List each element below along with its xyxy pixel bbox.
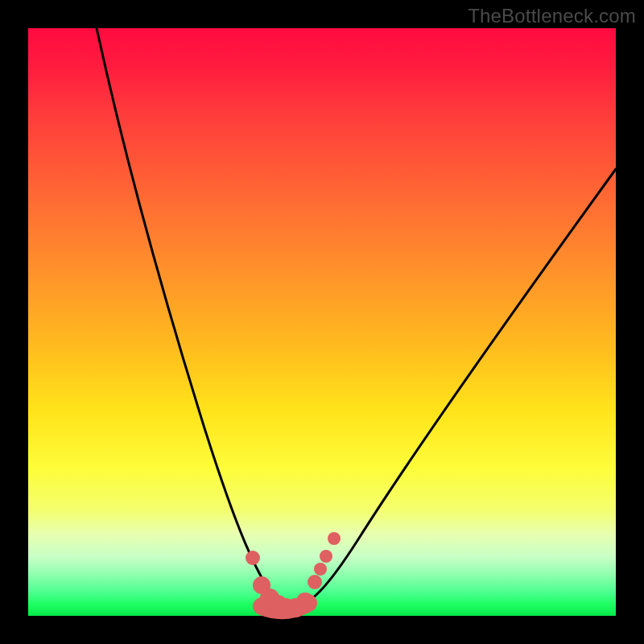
chart-frame: TheBottleneck.com bbox=[0, 0, 644, 644]
curve-left bbox=[97, 28, 286, 612]
marker-dot bbox=[308, 575, 322, 589]
chart-svg bbox=[28, 28, 616, 616]
marker-dot bbox=[246, 551, 260, 565]
marker-dot bbox=[320, 550, 332, 563]
marker-dot bbox=[314, 563, 327, 576]
watermark-text: TheBottleneck.com bbox=[468, 5, 636, 27]
marker-dot bbox=[296, 592, 314, 610]
curve-right bbox=[286, 169, 616, 612]
marker-dot bbox=[328, 532, 341, 545]
